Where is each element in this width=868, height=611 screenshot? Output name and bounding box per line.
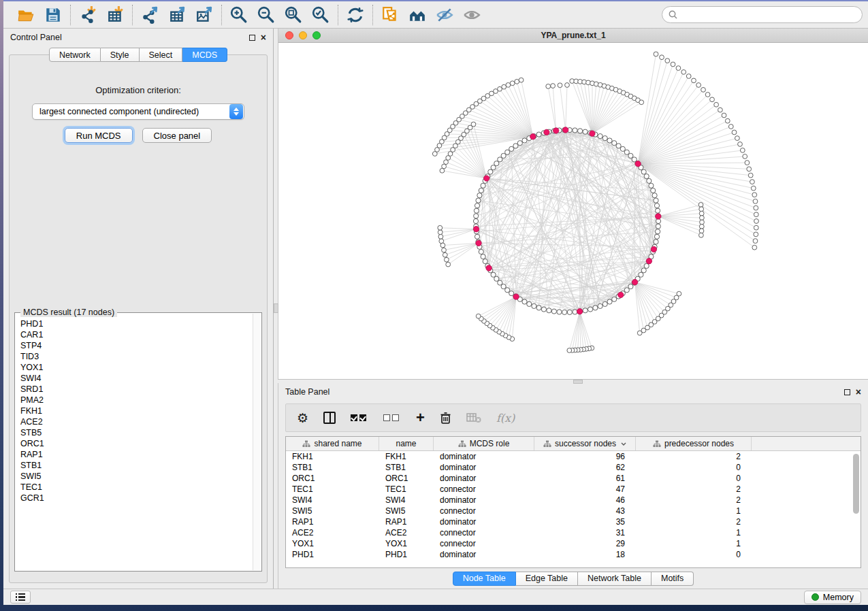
tab-style[interactable]: Style	[101, 48, 140, 62]
network-titlebar[interactable]: YPA_prune.txt_1	[278, 29, 868, 43]
result-scrollbar-track[interactable]	[253, 314, 261, 570]
table-row[interactable]: SWI5SWI5connector431	[286, 506, 861, 516]
mcds-result-item[interactable]: YOX1	[20, 362, 252, 373]
toolbar-group	[9, 5, 70, 25]
mcds-result-item[interactable]: ORC1	[20, 438, 252, 449]
show-all-button[interactable]	[462, 5, 482, 25]
run-mcds-button[interactable]: Run MCDS	[65, 128, 133, 143]
zoom-out-button[interactable]	[256, 5, 276, 25]
horizontal-splitter-handle[interactable]	[573, 380, 583, 384]
plus-icon: +	[416, 410, 425, 425]
mcds-result-item[interactable]: ACE2	[20, 416, 252, 427]
tab-node-table[interactable]: Node Table	[453, 572, 516, 586]
table-row[interactable]: YOX1YOX1connector291	[286, 538, 861, 549]
mcds-result-item[interactable]: TID3	[20, 351, 252, 362]
column-header-predecessor-nodes[interactable]: predecessor nodes	[636, 437, 752, 450]
table-row[interactable]: ACE2ACE2connector311	[286, 527, 861, 538]
apply-layout-button[interactable]	[345, 5, 366, 25]
table-row[interactable]: ORC1ORC1dominator610	[286, 473, 861, 484]
clone-network-icon	[381, 6, 399, 24]
mcds-result-item[interactable]: SWI5	[20, 471, 252, 482]
table-scrollbar-thumb[interactable]	[853, 454, 859, 514]
cell-successor-nodes: 35	[534, 517, 636, 527]
import-network-button[interactable]	[78, 5, 98, 25]
cell-shared-name: ORC1	[286, 474, 379, 483]
optimization-criterion-select[interactable]: largest connected component (undirected)	[32, 103, 244, 120]
main-area: Control Panel × NetworkStyleSelectMCDS O…	[3, 29, 868, 589]
show-columns-button[interactable]	[323, 412, 336, 424]
table-tabs: Node TableEdge TableNetwork TableMotifs	[278, 568, 868, 589]
select-all-button[interactable]	[351, 414, 368, 421]
table-row[interactable]: STB1STB1dominator620	[286, 462, 861, 473]
function-builder-button[interactable]: f(x)	[496, 412, 515, 425]
close-panel-icon[interactable]: ×	[261, 34, 266, 41]
close-table-panel-icon[interactable]: ×	[856, 389, 861, 395]
export-image-button[interactable]	[194, 5, 214, 25]
table-mode-button[interactable]: ⚙	[297, 412, 308, 425]
export-table-button[interactable]	[167, 5, 187, 25]
zoom-selected-button[interactable]	[310, 5, 331, 25]
column-header-shared-name[interactable]: shared name	[286, 437, 379, 450]
network-graph[interactable]	[278, 43, 868, 379]
table-panel-title: Table Panel	[285, 387, 329, 397]
mcds-result-item[interactable]: PHD1	[20, 318, 252, 329]
hide-selected-button[interactable]	[434, 5, 455, 25]
mcds-result-item[interactable]: CAR1	[20, 329, 252, 340]
horizontal-splitter[interactable]	[278, 379, 868, 383]
clone-network-button[interactable]	[380, 5, 400, 25]
close-panel-button[interactable]: Close panel	[142, 128, 212, 143]
mcds-result-item[interactable]: PMA2	[20, 395, 252, 406]
table-row[interactable]: FKH1FKH1dominator962	[286, 451, 861, 462]
open-button[interactable]	[16, 5, 36, 25]
mcds-result-item[interactable]: STB5	[20, 427, 252, 438]
tab-edge-table[interactable]: Edge Table	[516, 572, 578, 586]
mcds-result-item[interactable]: STB1	[20, 460, 252, 471]
tab-select[interactable]: Select	[140, 48, 183, 62]
mcds-result-item[interactable]: SRD1	[20, 384, 252, 395]
table-row[interactable]: RAP1RAP1dominator352	[286, 516, 861, 527]
mcds-result-item[interactable]: TEC1	[20, 482, 252, 493]
mcds-result-list[interactable]: PHD1CAR1STP4TID3YOX1SWI4SRD1PMA2FKH1ACE2…	[16, 314, 252, 569]
float-table-panel-icon[interactable]	[844, 389, 850, 395]
add-column-button[interactable]: +	[416, 410, 425, 425]
cell-name: ACE2	[379, 528, 434, 538]
tab-network[interactable]: Network	[49, 48, 101, 62]
search-icon	[669, 10, 677, 19]
column-label: predecessor nodes	[664, 439, 734, 448]
import-network-icon	[79, 6, 97, 24]
show-panels-button[interactable]	[10, 591, 31, 604]
delete-table-button[interactable]	[466, 412, 481, 423]
save-button[interactable]	[43, 5, 63, 25]
export-network-button[interactable]	[140, 5, 160, 25]
network-canvas[interactable]	[278, 43, 868, 379]
float-panel-icon[interactable]	[249, 35, 255, 41]
mcds-result-item[interactable]: RAP1	[20, 449, 252, 460]
zoom-fit-button[interactable]	[283, 5, 304, 25]
column-header-MCDS-role[interactable]: MCDS role	[434, 437, 534, 450]
mcds-result-item[interactable]: SWI4	[20, 373, 252, 384]
table-panel-header: Table Panel ×	[278, 383, 868, 401]
tab-mcds[interactable]: MCDS	[182, 48, 227, 62]
vertical-splitter[interactable]	[273, 29, 278, 589]
deselect-all-button[interactable]	[383, 414, 401, 421]
search-input[interactable]	[681, 10, 856, 20]
search-box[interactable]	[662, 6, 863, 23]
delete-column-button[interactable]	[440, 412, 451, 425]
mcds-result-item[interactable]: STP4	[20, 340, 252, 351]
column-header-successor-nodes[interactable]: successor nodes	[534, 437, 636, 450]
import-table-button[interactable]	[105, 5, 125, 25]
column-header-name[interactable]: name	[379, 437, 434, 450]
zoom-in-icon	[230, 6, 248, 24]
mcds-result-item[interactable]: FKH1	[20, 406, 252, 416]
memory-button[interactable]: Memory	[804, 591, 861, 604]
table-row[interactable]: SWI4SWI4dominator462	[286, 495, 861, 506]
zoom-in-button[interactable]	[229, 5, 249, 25]
table-row[interactable]: TEC1TEC1connector472	[286, 484, 861, 495]
table-row[interactable]: PHD1PHD1dominator180	[286, 549, 861, 560]
mcds-result-item[interactable]: GCR1	[20, 493, 252, 503]
cell-shared-name: TEC1	[286, 484, 379, 494]
tab-network-table[interactable]: Network Table	[578, 572, 652, 586]
vertical-splitter-handle[interactable]	[274, 303, 278, 313]
first-neighbors-button[interactable]	[407, 5, 428, 25]
tab-motifs[interactable]: Motifs	[652, 572, 694, 586]
